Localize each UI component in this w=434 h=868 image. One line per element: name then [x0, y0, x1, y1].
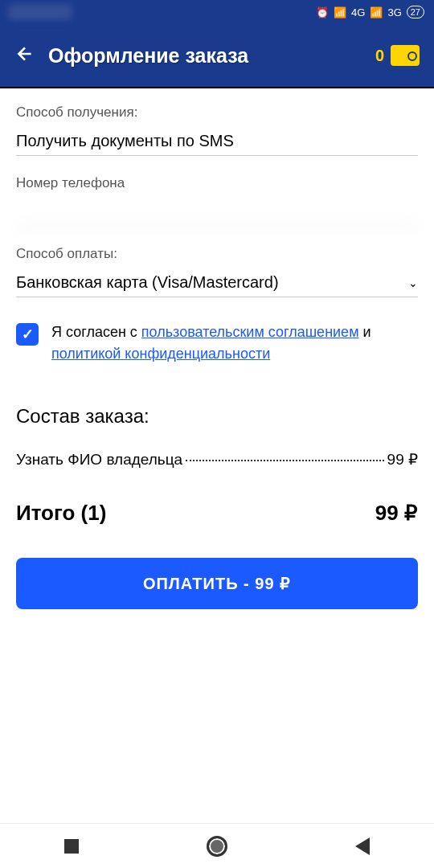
wallet[interactable]: 0 [375, 45, 420, 66]
total-label: Итого (1) [16, 501, 106, 526]
wallet-balance: 0 [375, 47, 384, 65]
delivery-label: Способ получения: [16, 104, 418, 121]
checkmark-icon: ✓ [22, 326, 34, 343]
user-agreement-link[interactable]: пользовательским соглашением [141, 324, 359, 340]
chevron-down-icon: ⌄ [408, 276, 418, 289]
total-row: Итого (1) 99 ₽ [16, 501, 418, 526]
privacy-policy-link[interactable]: политикой конфиденциальности [51, 346, 270, 362]
payment-value: Банковская карта (Visa/Mastercard) [16, 273, 279, 292]
delivery-field: Способ получения: Получить документы по … [16, 104, 418, 156]
delivery-value[interactable]: Получить документы по SMS [16, 127, 418, 156]
network-1: 4G [351, 6, 365, 18]
network-2: 3G [387, 6, 401, 18]
order-item-name: Узнать ФИО владельца [16, 451, 182, 469]
pay-button[interactable]: ОПЛАТИТЬ - 99 ₽ [16, 558, 418, 609]
consent-checkbox[interactable]: ✓ [16, 323, 39, 346]
payment-field: Способ оплаты: Банковская карта (Visa/Ma… [16, 246, 418, 297]
alarm-icon: ⏰ [316, 6, 329, 18]
form-content: Способ получения: Получить документы по … [0, 88, 434, 625]
consent-row: ✓ Я согласен с пользовательским соглашен… [16, 321, 418, 365]
app-header: Оформление заказа 0 [0, 24, 434, 88]
order-item-price: 99 ₽ [387, 450, 418, 469]
phone-field: Номер телефона [16, 175, 418, 227]
status-bar: ⏰ 📶 4G 📶 3G 27 [0, 0, 434, 24]
consent-text: Я согласен с пользовательским соглашение… [51, 321, 418, 365]
order-item: Узнать ФИО владельца 99 ₽ [16, 450, 418, 469]
payment-select[interactable]: Банковская карта (Visa/Mastercard) ⌄ [16, 268, 418, 297]
signal-icon-2: 📶 [370, 6, 383, 18]
page-title: Оформление заказа [48, 44, 362, 68]
recent-apps-button[interactable] [64, 839, 79, 854]
home-button[interactable] [207, 836, 227, 857]
battery-level: 27 [407, 6, 424, 18]
back-button[interactable] [355, 837, 370, 855]
total-price: 99 ₽ [375, 501, 418, 526]
wallet-icon [391, 45, 420, 66]
back-arrow-icon[interactable] [14, 43, 35, 68]
system-nav-bar [0, 823, 434, 868]
signal-icon-1: 📶 [334, 6, 346, 18]
status-blur [8, 4, 72, 20]
order-item-dots [186, 460, 383, 461]
phone-input[interactable] [16, 198, 418, 227]
phone-label: Номер телефона [16, 175, 418, 191]
payment-label: Способ оплаты: [16, 246, 418, 262]
order-section-title: Состав заказа: [16, 405, 418, 428]
